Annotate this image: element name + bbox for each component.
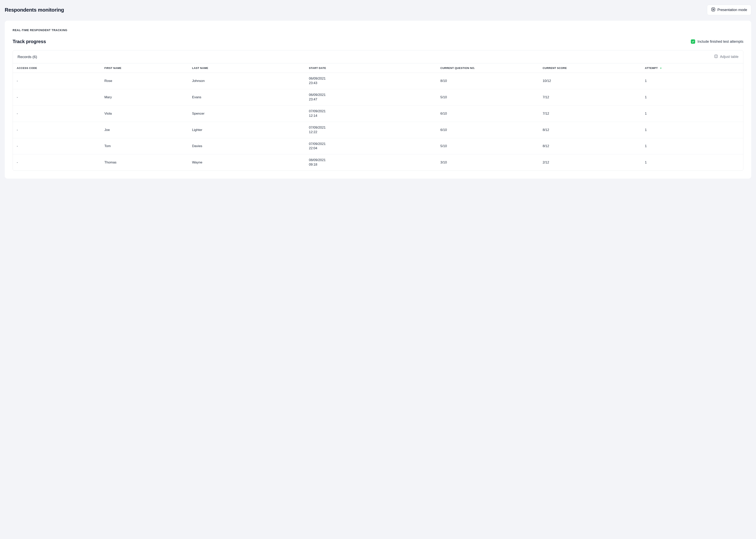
section-title: Track progress <box>13 39 46 44</box>
include-finished-toggle[interactable]: Include finished test attempts <box>691 39 743 44</box>
col-header-current-score[interactable]: CURRENT SCORE <box>539 63 641 73</box>
cell-current-score: 7/12 <box>539 105 641 122</box>
cell-attempt: 1 <box>641 122 743 138</box>
records-toolbar: Records (6) Adjust table <box>13 50 743 63</box>
cell-last-name: Lighter <box>188 122 305 138</box>
col-header-access-code[interactable]: ACCESS CODE <box>13 63 101 73</box>
presentation-mode-label: Presentation mode <box>718 8 747 12</box>
cell-last-name: Davies <box>188 138 305 154</box>
col-header-label: CURRENT SCORE <box>543 67 567 69</box>
cell-start-date: 07/09/2021 22:04 <box>305 138 437 154</box>
cell-access-code: - <box>13 105 101 122</box>
records-table-container: Records (6) Adjust table ACCESS CODE <box>13 50 743 171</box>
svg-rect-0 <box>712 8 715 11</box>
adjust-table-label: Adjust table <box>720 55 738 59</box>
cell-current-question: 6/10 <box>437 105 539 122</box>
checkbox-checked-icon <box>691 39 695 44</box>
sort-descending-icon: ▼ <box>660 67 662 69</box>
cell-current-score: 7/12 <box>539 89 641 105</box>
col-header-label: ACCESS CODE <box>17 67 37 69</box>
cell-first-name: Joe <box>101 122 188 138</box>
cell-current-question: 6/10 <box>437 122 539 138</box>
include-finished-label: Include finished test attempts <box>698 39 743 44</box>
col-header-first-name[interactable]: FIRST NAME <box>101 63 188 73</box>
cell-current-score: 10/12 <box>539 73 641 89</box>
tracking-card: REAL-TIME RESPONDENT TRACKING Track prog… <box>5 21 751 179</box>
cell-current-question: 5/10 <box>437 89 539 105</box>
col-header-attempt[interactable]: ATTEMPT ▼ <box>641 63 743 73</box>
presentation-mode-button[interactable]: Presentation mode <box>707 5 751 15</box>
records-count: Records (6) <box>18 55 37 59</box>
col-header-current-question[interactable]: CURRENT QUESTION NO. <box>437 63 539 73</box>
cell-access-code: - <box>13 73 101 89</box>
cell-last-name: Spencer <box>188 105 305 122</box>
cell-start-date: 06/09/2021 23:47 <box>305 89 437 105</box>
page-header: Respondents monitoring Presentation mode <box>5 5 751 15</box>
col-header-label: LAST NAME <box>192 67 208 69</box>
col-header-label: ATTEMPT <box>645 67 658 69</box>
cell-first-name: Thomas <box>101 154 188 171</box>
cell-current-question: 8/10 <box>437 73 539 89</box>
section-header-row: Track progress Include finished test att… <box>13 39 743 44</box>
table-row[interactable]: -MaryEvans06/09/2021 23:475/107/121 <box>13 89 743 105</box>
table-row[interactable]: -ViolaSpencer07/09/2021 12:146/107/121 <box>13 105 743 122</box>
tracking-eyebrow: REAL-TIME RESPONDENT TRACKING <box>13 29 743 32</box>
cell-attempt: 1 <box>641 154 743 171</box>
cell-last-name: Johnson <box>188 73 305 89</box>
cell-start-date: 08/09/2021 09:18 <box>305 154 437 171</box>
col-header-label: START DATE <box>309 67 326 69</box>
respondents-table: ACCESS CODE FIRST NAME LAST NAME START D… <box>13 63 743 171</box>
cell-first-name: Rose <box>101 73 188 89</box>
cell-attempt: 1 <box>641 105 743 122</box>
table-row[interactable]: -ThomasWayne08/09/2021 09:183/102/121 <box>13 154 743 171</box>
cell-current-question: 5/10 <box>437 138 539 154</box>
table-row[interactable]: -RoseJohnson06/09/2021 23:438/1010/121 <box>13 73 743 89</box>
col-header-start-date[interactable]: START DATE <box>305 63 437 73</box>
cell-attempt: 1 <box>641 138 743 154</box>
cell-access-code: - <box>13 154 101 171</box>
cell-current-score: 8/12 <box>539 122 641 138</box>
cell-access-code: - <box>13 89 101 105</box>
cell-first-name: Tom <box>101 138 188 154</box>
cell-start-date: 07/09/2021 12:14 <box>305 105 437 122</box>
svg-marker-1 <box>713 9 714 10</box>
cell-last-name: Evans <box>188 89 305 105</box>
cell-start-date: 06/09/2021 23:43 <box>305 73 437 89</box>
col-header-label: CURRENT QUESTION NO. <box>441 67 475 69</box>
cell-current-score: 8/12 <box>539 138 641 154</box>
col-header-last-name[interactable]: LAST NAME <box>188 63 305 73</box>
play-circle-icon <box>711 7 716 13</box>
table-row[interactable]: -JoeLighter07/09/2021 12:226/108/121 <box>13 122 743 138</box>
cell-last-name: Wayne <box>188 154 305 171</box>
adjust-table-button[interactable]: Adjust table <box>714 54 738 59</box>
col-header-label: FIRST NAME <box>104 67 121 69</box>
cell-first-name: Mary <box>101 89 188 105</box>
cell-access-code: - <box>13 138 101 154</box>
table-row[interactable]: -TomDavies07/09/2021 22:045/108/121 <box>13 138 743 154</box>
cell-first-name: Viola <box>101 105 188 122</box>
cell-start-date: 07/09/2021 12:22 <box>305 122 437 138</box>
cell-current-score: 2/12 <box>539 154 641 171</box>
cell-attempt: 1 <box>641 73 743 89</box>
cell-access-code: - <box>13 122 101 138</box>
cell-attempt: 1 <box>641 89 743 105</box>
page-title: Respondents monitoring <box>5 7 64 13</box>
columns-icon <box>714 54 718 59</box>
cell-current-question: 3/10 <box>437 154 539 171</box>
